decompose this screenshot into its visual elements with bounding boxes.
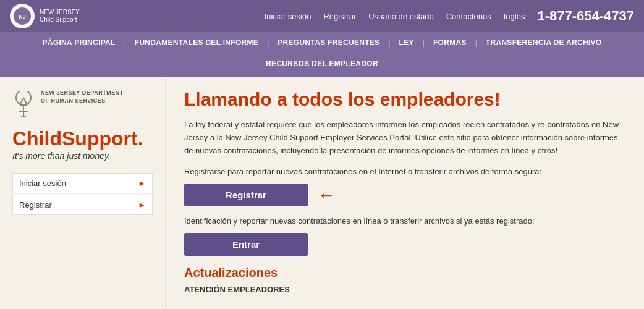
register-button[interactable]: Registrar [184, 184, 308, 206]
sidebar-register[interactable]: Registrar ► [12, 195, 153, 215]
attn-label: ATENCIÓN EMPLEADORES [184, 285, 625, 294]
sidebar-tagline: It's more than just money. [12, 151, 153, 161]
red-arrow-icon: ← [318, 187, 335, 204]
logo-area: NJ NEW JERSEY Child Support [10, 4, 80, 28]
sidebar-menu: Iniciar sesión ► Registrar ► [12, 173, 153, 215]
arrow-icon: ► [138, 200, 146, 210]
sidebar-nj-icon [12, 91, 35, 122]
nj-logo: NJ [10, 4, 35, 28]
nav-report-basics[interactable]: FUNDAMENTALES DEL INFORME [126, 32, 267, 53]
svg-line-4 [23, 98, 27, 105]
top-nav-english[interactable]: Inglés [504, 12, 525, 21]
nav-file-transfer[interactable]: TRANSFERENCIA DE ARCHIVO [477, 32, 611, 53]
top-nav-login[interactable]: Iniciar sesión [265, 12, 311, 21]
arrow-indicator: ← [318, 187, 335, 204]
sidebar-brand: ChildSupport. [12, 129, 153, 148]
top-nav-contact[interactable]: Contáctenos [446, 12, 491, 21]
updates-title: Actualizaciones [184, 266, 625, 280]
logo-text: NEW JERSEY Child Support [40, 9, 80, 23]
main-nav: PÁGINA PRINCIPAL | FUNDAMENTALES DEL INF… [0, 32, 644, 77]
register-prompt: Registrarse para reportar nuevas contrat… [184, 167, 625, 176]
top-nav: Iniciar sesión Registrar Usuario de esta… [265, 8, 634, 24]
content-wrapper: NEW JERSEY DEPARTMENT OF HUMAN SERVICES … [0, 77, 644, 307]
top-nav-register[interactable]: Registrar [323, 12, 356, 21]
nav-home[interactable]: PÁGINA PRINCIPAL [34, 32, 124, 53]
nav-faq[interactable]: PREGUNTAS FRECUENTES [269, 32, 388, 53]
main-content: Llamando a todos los empleadores! La ley… [166, 77, 644, 307]
svg-line-3 [20, 98, 23, 105]
nav-law[interactable]: LEY [391, 32, 423, 53]
top-nav-state-user[interactable]: Usuario de estado [368, 12, 434, 21]
top-bar: NJ NEW JERSEY Child Support Iniciar sesi… [0, 0, 644, 32]
sidebar-logo-area: NEW JERSEY DEPARTMENT OF HUMAN SERVICES [12, 89, 153, 122]
nav-forms[interactable]: FORMAS [425, 32, 475, 53]
register-btn-row: Registrar ← [184, 184, 625, 206]
login-prompt: Identificación y reportar nuevas contrat… [184, 216, 625, 226]
login-button[interactable]: Entrar [184, 233, 308, 256]
sidebar-org-text: NEW JERSEY DEPARTMENT OF HUMAN SERVICES [41, 89, 124, 104]
main-title: Llamando a todos los empleadores! [184, 89, 625, 110]
sidebar: NEW JERSEY DEPARTMENT OF HUMAN SERVICES … [0, 77, 166, 307]
phone-number: 1-877-654-4737 [537, 8, 634, 24]
sidebar-login[interactable]: Iniciar sesión ► [12, 173, 153, 193]
login-btn-row: Entrar [184, 233, 625, 256]
svg-text:NJ: NJ [19, 14, 26, 20]
main-description: La ley federal y estatal requiere que lo… [184, 119, 625, 157]
arrow-icon: ► [138, 179, 146, 188]
nav-employer-resources[interactable]: RECURSOS DEL EMPLEADOR [257, 53, 387, 74]
